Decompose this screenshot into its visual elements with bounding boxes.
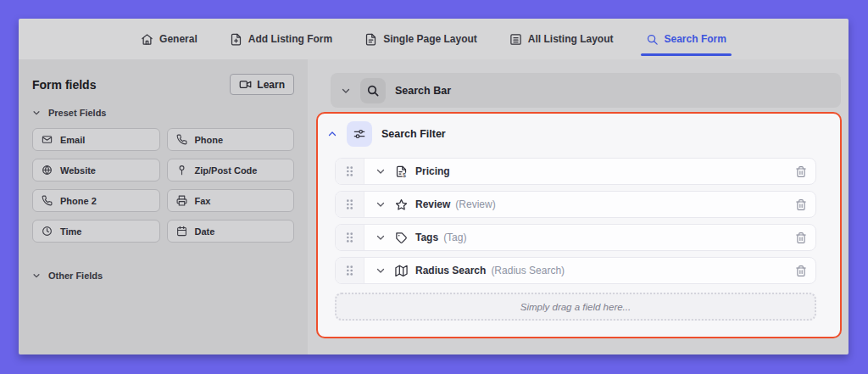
tab-single-page-layout[interactable]: Single Page Layout xyxy=(363,19,479,59)
preset-field-phone-2[interactable]: Phone 2 xyxy=(32,189,160,212)
other-fields-section-toggle[interactable]: Other Fields xyxy=(32,271,294,281)
printer-icon xyxy=(176,195,187,206)
search-filter-title: Search Filter xyxy=(381,128,446,140)
drag-handle[interactable] xyxy=(336,258,364,283)
preset-fields-grid: Email Phone Website Zip/Post Code Phone … xyxy=(32,128,294,243)
preset-field-label: Phone 2 xyxy=(60,196,97,206)
tag-icon xyxy=(395,232,408,244)
drag-dots-icon xyxy=(345,165,354,177)
filter-row-tags: Tags (Tag) xyxy=(335,224,816,251)
preset-field-phone[interactable]: Phone xyxy=(167,128,295,151)
preset-field-fax[interactable]: Fax xyxy=(167,189,295,212)
dropzone-hint: Simply drag a field here... xyxy=(520,302,631,312)
drag-dots-icon xyxy=(345,232,354,243)
tab-label: All Listing Layout xyxy=(528,33,614,45)
preset-field-email[interactable]: Email xyxy=(32,128,160,151)
tab-add-listing-form[interactable]: Add Listing Form xyxy=(228,19,334,59)
delete-button[interactable] xyxy=(795,232,807,244)
trash-icon xyxy=(795,198,807,211)
preset-fields-section-toggle[interactable]: Preset Fields xyxy=(32,108,294,118)
tab-label: Search Form xyxy=(665,33,726,45)
pin-icon xyxy=(176,165,187,176)
filter-row-label: Tags xyxy=(415,232,438,243)
chevron-down-icon xyxy=(32,271,41,280)
chevron-down-icon[interactable] xyxy=(376,265,386,276)
topbar: General Add Listing Form Single Page Lay… xyxy=(19,19,849,59)
drag-handle[interactable] xyxy=(336,225,364,250)
map-icon xyxy=(395,265,408,277)
tab-all-listing-layout[interactable]: All Listing Layout xyxy=(508,19,615,59)
other-fields-section-label: Other Fields xyxy=(48,271,103,281)
trash-icon xyxy=(795,265,807,277)
filter-row-review: Review (Review) xyxy=(335,191,816,218)
filter-row-label: Radius Search xyxy=(415,265,486,276)
preset-field-label: Phone xyxy=(195,135,224,145)
preset-field-zip-post-code[interactable]: Zip/Post Code xyxy=(167,159,295,181)
tab-label: Add Listing Form xyxy=(248,33,332,45)
sliders-icon xyxy=(353,127,366,141)
clock-icon xyxy=(42,226,53,237)
drag-handle[interactable] xyxy=(336,159,364,184)
video-icon xyxy=(239,78,252,91)
form-fields-sidebar: Form fields Learn Preset Fields Email Ph… xyxy=(19,59,308,354)
search-filter-icon-badge xyxy=(347,121,372,147)
preset-field-label: Time xyxy=(60,226,81,237)
pricing-icon: $ xyxy=(395,165,408,178)
chevron-up-icon[interactable] xyxy=(327,129,337,139)
preset-field-time[interactable]: Time xyxy=(32,220,160,243)
field-dropzone[interactable]: Simply drag a field here... xyxy=(335,293,816,321)
preset-field-label: Website xyxy=(60,165,96,176)
star-icon xyxy=(395,198,408,211)
chevron-down-icon[interactable] xyxy=(376,232,386,243)
learn-button[interactable]: Learn xyxy=(230,74,294,95)
trash-icon xyxy=(795,232,807,244)
search-icon xyxy=(646,33,659,46)
file-text-icon xyxy=(364,33,377,46)
delete-button[interactable] xyxy=(795,198,807,211)
filter-row-sublabel: (Review) xyxy=(455,198,495,210)
search-filter-section: Search Filter $ Pricing xyxy=(316,112,842,338)
preset-field-date[interactable]: Date xyxy=(167,220,295,243)
chevron-down-icon[interactable] xyxy=(376,166,386,176)
globe-icon xyxy=(42,165,53,176)
app-window: General Add Listing Form Single Page Lay… xyxy=(19,19,849,354)
home-icon xyxy=(141,33,153,46)
trash-icon xyxy=(795,165,807,178)
preset-field-label: Date xyxy=(195,226,215,237)
svg-text:$: $ xyxy=(403,172,406,178)
delete-button[interactable] xyxy=(795,165,807,178)
filter-row-sublabel: (Tag) xyxy=(443,232,466,243)
mail-icon xyxy=(42,134,53,145)
chevron-down-icon[interactable] xyxy=(376,199,386,209)
filter-row-label: Review xyxy=(415,198,450,210)
drag-handle[interactable] xyxy=(336,192,364,217)
filter-row-radius-search: Radius Search (Radius Search) xyxy=(335,257,816,284)
drag-dots-icon xyxy=(345,198,354,210)
preset-field-label: Zip/Post Code xyxy=(195,165,258,176)
phone-icon xyxy=(42,195,53,206)
layout-icon xyxy=(509,33,522,46)
preset-field-label: Fax xyxy=(195,196,211,206)
preset-field-website[interactable]: Website xyxy=(32,159,160,181)
tab-label: Single Page Layout xyxy=(383,33,477,45)
learn-button-label: Learn xyxy=(257,79,285,91)
tab-search-form[interactable]: Search Form xyxy=(644,19,728,59)
filter-row-sublabel: (Radius Search) xyxy=(491,265,565,276)
drag-dots-icon xyxy=(345,265,354,276)
content-area: Form fields Learn Preset Fields Email Ph… xyxy=(19,59,849,354)
tab-label: General xyxy=(159,33,198,45)
search-icon xyxy=(366,84,380,98)
form-canvas: Search Bar Search Filter xyxy=(308,59,849,354)
search-filter-header[interactable]: Search Filter xyxy=(318,114,840,154)
sidebar-title: Form fields xyxy=(32,78,96,92)
preset-fields-section-label: Preset Fields xyxy=(48,108,106,118)
delete-button[interactable] xyxy=(795,265,807,277)
sidebar-header: Form fields Learn xyxy=(32,74,294,95)
search-filter-rows: $ Pricing Review (Re xyxy=(318,154,840,284)
calendar-icon xyxy=(176,226,187,237)
chevron-down-icon[interactable] xyxy=(341,86,351,96)
filter-row-pricing: $ Pricing xyxy=(335,158,816,185)
file-plus-icon xyxy=(230,33,242,46)
tab-general[interactable]: General xyxy=(139,19,199,59)
search-bar-section[interactable]: Search Bar xyxy=(331,73,841,108)
